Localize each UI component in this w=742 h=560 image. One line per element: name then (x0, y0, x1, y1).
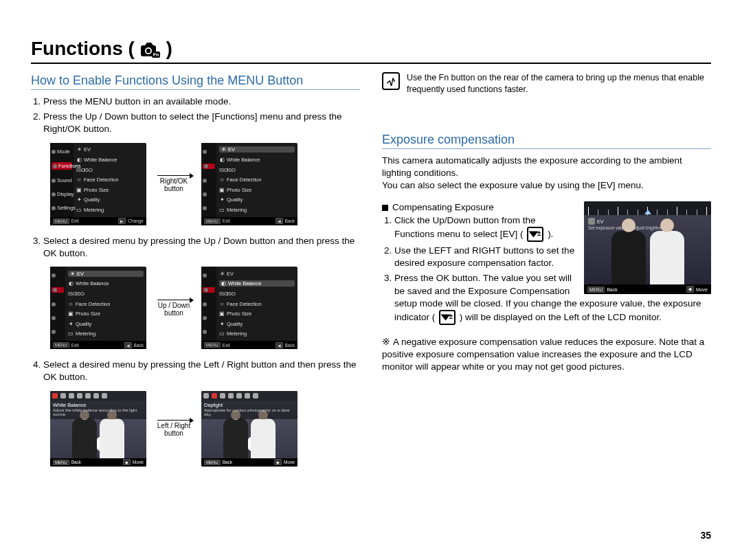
step-1: Press the MENU button in an available mo… (43, 96, 360, 108)
compensating-heading-text: Compensating Exposure (392, 202, 494, 212)
menu-right-label: White Balance (84, 157, 117, 163)
screen-e-title: Daylight (204, 402, 295, 408)
ev-intro-2: You can also select the exposure value b… (382, 179, 711, 192)
menu-right-label: Metering (227, 331, 247, 337)
menu-right-item: ☺Face Detection (76, 177, 144, 183)
menu-right-label: EV (228, 146, 235, 153)
menu-right-label: EV (77, 271, 84, 277)
menu-right-item: ◐White Balance (68, 280, 144, 287)
menu-left-item (203, 206, 215, 210)
foot-move-d: Move (133, 460, 144, 464)
menu-right-label: Metering (76, 331, 95, 337)
menu-right-item: ▣Photo Size (76, 187, 144, 193)
menu-right-glyph-icon: ISO (219, 167, 225, 173)
menu-right-glyph-icon: ISO (219, 291, 225, 297)
menu-dot-icon (203, 206, 207, 210)
menu-right-label: Metering (227, 207, 247, 213)
menu-left-item: Functions (52, 162, 72, 170)
arrow-icon (157, 175, 190, 176)
menu-right-item: ISOISO (68, 291, 144, 297)
menu-dot-icon (203, 330, 207, 334)
menu-right-label: Quality (84, 197, 100, 203)
svg-text:Fn: Fn (153, 52, 159, 57)
menu-right-item: ✦Quality (76, 197, 144, 203)
left-instruction-list-3: Select a desired menu by pressing the Le… (31, 359, 360, 383)
footer-exit: Exit (71, 219, 79, 223)
footer-change: Change (128, 219, 144, 223)
arrow-label: Left / Right button (153, 422, 194, 437)
figure-row-1: ModeFunctionsSoundDisplaySettings ☀EV◐Wh… (50, 143, 360, 225)
menu-dot-icon (203, 273, 207, 278)
screen-e-sub: Appropriate for outdoor photography on a… (204, 408, 295, 416)
menu-dot-icon (52, 179, 56, 183)
menu-right-glyph-icon: ◐ (221, 280, 226, 287)
menu-right-item: ☀EV (76, 146, 144, 153)
menu-left-item (203, 316, 215, 320)
menu-dot-icon (52, 330, 56, 334)
menu-right-glyph-icon: ISO (76, 167, 82, 173)
chapter-rule (31, 63, 711, 64)
menu-left-item (203, 179, 215, 183)
menu-left-item: Settings (52, 205, 72, 211)
footer-back-c2: Back (285, 343, 295, 348)
menu-right-glyph-icon: ☀ (76, 146, 82, 153)
menu-right-item: ☀EV (219, 271, 295, 277)
menu-right-item: ☀EV (219, 146, 295, 153)
menu-right-label: ISO (227, 291, 236, 297)
ev-pointer-icon (644, 210, 651, 214)
arrow-icon (157, 420, 190, 421)
camera-screen-c: ☀EV◐White BalanceISOISO☺Face Detection▣P… (50, 267, 146, 349)
menu-right-item: ◐White Balance (76, 157, 144, 163)
menu-right-label: White Balance (227, 157, 260, 163)
menu-right-glyph-icon: ▣ (76, 187, 82, 193)
right-column: Use the Fn button on the rear of the cam… (382, 69, 711, 476)
menu-right-glyph-icon: ISO (68, 291, 74, 297)
camera-screen-ev: EV Set exposure value to adjust brightne… (584, 201, 711, 294)
step-4: Select a desired menu by pressing the Le… (43, 359, 360, 383)
ev-sublabel: Set exposure value to adjust brightness. (588, 225, 707, 230)
menu-right-item: ▭Metering (219, 331, 295, 337)
section-heading-left: How to Enable Functions Using the MENU B… (31, 74, 360, 88)
arrow-icon (157, 300, 190, 300)
menu-right-glyph-icon: ◐ (219, 157, 225, 163)
left-column: How to Enable Functions Using the MENU B… (31, 69, 360, 476)
chapter-title-text: Functions ( (31, 38, 135, 59)
menu-right-item: ▭Metering (68, 331, 144, 337)
menu-right-glyph-icon: ☀ (69, 271, 75, 277)
footer-exit-c2: Exit (223, 343, 230, 348)
menu-right-label: ISO (227, 167, 236, 173)
menu-right-glyph-icon: ◐ (76, 157, 82, 163)
menu-right-label: Face Detection (84, 177, 118, 183)
menu-left-item: Sound (52, 177, 72, 183)
menu-dot-icon (203, 150, 207, 154)
camera-screen-e: Daylight Appropriate for outdoor photogr… (201, 391, 297, 467)
figure-row-2: ☀EV◐White BalanceISOISO☺Face Detection▣P… (50, 267, 360, 349)
menu-dot-icon (203, 316, 207, 320)
menu-dot-icon (52, 192, 56, 197)
foot-back-d: Back (71, 460, 81, 464)
menu-right-label: Quality (227, 321, 243, 327)
asterisk-note: ※A negative exposure compensation value … (382, 336, 711, 374)
menu-left-item (52, 316, 64, 320)
ev-row-icon (588, 218, 595, 225)
menu-right-item: ◐White Balance (219, 280, 295, 287)
fn-note-box: Use the Fn button on the rear of the cam… (382, 72, 711, 96)
menu-right-item: ▭Metering (76, 207, 144, 213)
menu-right-item: ISOISO (76, 167, 144, 173)
camera-screen-a: ModeFunctionsSoundDisplaySettings ☀EV◐Wh… (50, 143, 146, 225)
menu-left-item (203, 164, 215, 169)
ev-intro-1: This camera automatically adjusts the ex… (382, 155, 711, 179)
menu-right-glyph-icon: ☀ (219, 271, 225, 277)
step-3: Select a desired menu by pressing the Up… (43, 235, 360, 260)
menu-dot-icon (52, 316, 56, 320)
camera-screen-d: White Balance Adjust the white balance a… (50, 391, 146, 467)
menu-right-label: White Balance (76, 280, 109, 287)
menu-right-label: Photo Size (227, 311, 251, 317)
ev-label: EV (597, 219, 603, 224)
ev-inline-icon (527, 227, 543, 242)
fn-note-text: Use the Fn button on the rear of the cam… (407, 72, 711, 96)
menu-right-label: Metering (84, 207, 104, 213)
menu-left-item (203, 150, 215, 154)
menu-right-glyph-icon: ☺ (219, 301, 225, 307)
square-bullet-icon (382, 205, 388, 211)
